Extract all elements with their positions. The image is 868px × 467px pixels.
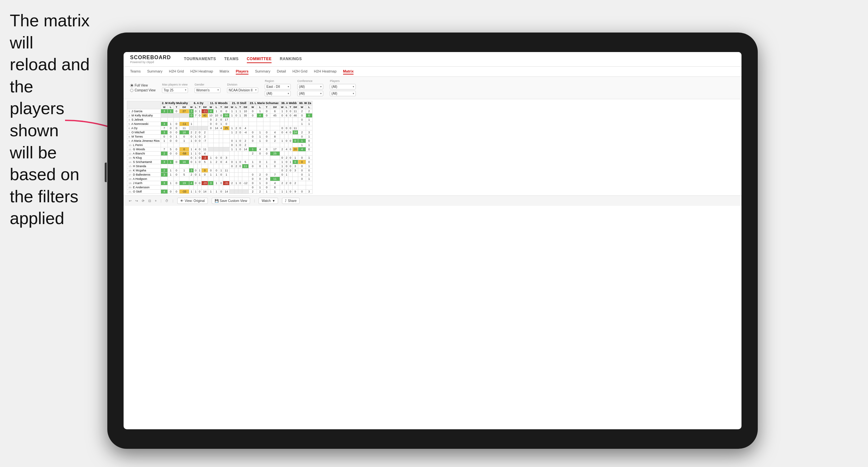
filter-gender: Gender Women's bbox=[194, 83, 220, 93]
sub-w7: W bbox=[298, 105, 306, 109]
table-row: 16. K Mcgaha 2101 3010 00111 0203 00 bbox=[127, 168, 313, 173]
subnav-players[interactable]: Players bbox=[236, 69, 248, 74]
sub-t2: T bbox=[198, 105, 202, 109]
zoom-in-icon[interactable]: + bbox=[155, 199, 157, 203]
conference-select-wrapper[interactable]: (All) bbox=[297, 83, 323, 89]
subnav-h2h-grid1[interactable]: H2H Grid bbox=[169, 69, 184, 74]
player-name-2: 2. M Kelly Mulcahy bbox=[127, 114, 161, 118]
subnav-h2h-grid2[interactable]: H2H Grid bbox=[292, 69, 307, 74]
header-player5: 23. L Marie Schumac bbox=[249, 101, 280, 105]
table-row: 9. A Maria Jimenez Rios 1001 100-7 0102 … bbox=[127, 139, 313, 143]
gender-select[interactable]: Women's bbox=[194, 88, 220, 93]
sub-l6: L bbox=[285, 105, 288, 109]
sub-l7: L bbox=[306, 105, 313, 109]
player-name-7: 7. O Mitchell bbox=[127, 130, 161, 135]
tablet-device: SCOREBOARD Powered by clippd TOURNAMENTS… bbox=[107, 33, 758, 449]
sub-t1: T bbox=[174, 105, 180, 109]
nav-rankings[interactable]: RANKINGS bbox=[280, 55, 302, 63]
sub-w2: W bbox=[189, 105, 194, 109]
player-name-9: 9. A Maria Jimenez Rios bbox=[127, 139, 161, 143]
filter-region: Region East - DII (All) bbox=[265, 80, 291, 96]
compact-view-radio[interactable] bbox=[130, 89, 133, 92]
sub-t6: T bbox=[288, 105, 292, 109]
refresh-icon[interactable]: ⟳ bbox=[142, 199, 145, 203]
subnav-summary2[interactable]: Summary bbox=[255, 69, 270, 74]
sub-dif1: Dif bbox=[179, 105, 189, 109]
sub-dif4: Dif bbox=[242, 105, 249, 109]
table-row: 19. J Karrh 31019 400-20 310-31 210-12 0… bbox=[127, 181, 313, 185]
players-sub-select[interactable]: (All) bbox=[330, 91, 356, 96]
player-name-1: 1. J Garcia bbox=[127, 109, 161, 114]
subnav-h2h-heatmap1[interactable]: H2H Heatmap bbox=[190, 69, 213, 74]
conference-select[interactable]: (All) bbox=[297, 84, 323, 89]
sub-t3: T bbox=[219, 105, 223, 109]
players-label: Players bbox=[330, 80, 356, 83]
timer-icon[interactable]: ⏱ bbox=[165, 199, 168, 203]
table-row: 7. O Mitchell 30018 2202 120-4 0104 0402… bbox=[127, 130, 313, 135]
nav-teams[interactable]: TEAMS bbox=[224, 55, 239, 63]
sub-l1: L bbox=[168, 105, 174, 109]
nav-tournaments[interactable]: TOURNAMENTS bbox=[184, 55, 216, 63]
division-select-wrapper[interactable]: NCAA Division II bbox=[227, 87, 258, 93]
share-icon: ⤴ bbox=[285, 199, 286, 203]
subnav-h2h-heatmap2[interactable]: H2H Heatmap bbox=[314, 69, 337, 74]
conference-sub-select[interactable]: (All) bbox=[297, 91, 323, 96]
division-label: Division bbox=[227, 83, 258, 86]
table-row: 11. G Woods 7500 14011 11014 14017 24020… bbox=[127, 147, 313, 152]
view-options: Full View Compact View bbox=[130, 84, 155, 92]
player-name-13: 13. N Klug bbox=[127, 156, 161, 160]
zoom-fit-icon[interactable]: ⊡ bbox=[148, 199, 151, 203]
header-player1: 2. M Kelly Mulcahy bbox=[161, 101, 189, 105]
subnav-teams[interactable]: Teams bbox=[130, 69, 141, 74]
player-name-5: 5. A Nomrowski bbox=[127, 122, 161, 126]
players-select[interactable]: (All) bbox=[330, 84, 356, 89]
region-select-wrapper[interactable]: East - DII bbox=[265, 83, 291, 89]
sub-l2: L bbox=[194, 105, 198, 109]
gender-select-wrapper[interactable]: Women's bbox=[194, 87, 220, 93]
subnav-matrix1[interactable]: Matrix bbox=[219, 69, 229, 74]
matrix-container[interactable]: 2. M Kelly Mulcahy 6. A Dy 11. G Woods 2… bbox=[124, 99, 742, 195]
player-name-8: 8. M Torres bbox=[127, 135, 161, 139]
header-player7: 60. W Za bbox=[298, 101, 313, 105]
nav-committee[interactable]: COMMITTEE bbox=[247, 55, 272, 63]
region-sub-select-wrapper[interactable]: (All) bbox=[265, 90, 291, 96]
redo-icon[interactable]: ↪ bbox=[135, 199, 138, 203]
conference-label: Conference bbox=[297, 80, 323, 83]
region-sub-select[interactable]: (All) bbox=[265, 91, 291, 96]
full-view-radio[interactable] bbox=[130, 84, 133, 87]
view-original-label: View: Original bbox=[185, 199, 205, 203]
max-players-label: Max players in view bbox=[162, 83, 188, 86]
division-select[interactable]: NCAA Division II bbox=[227, 88, 258, 93]
watch-button[interactable]: Watch ▼ bbox=[258, 198, 278, 204]
sub-t5: T bbox=[264, 105, 270, 109]
subnav-matrix2[interactable]: Matrix bbox=[343, 69, 353, 74]
max-players-select-wrapper[interactable]: Top 25 bbox=[162, 87, 188, 93]
sub-dif6: Dif bbox=[292, 105, 298, 109]
table-row: 18. A Hodgson 00011 01 bbox=[127, 177, 313, 181]
player-name-16: 16. K Mcgaha bbox=[127, 168, 161, 173]
subnav-detail[interactable]: Detail bbox=[277, 69, 286, 74]
subnav-summary1[interactable]: Summary bbox=[147, 69, 162, 74]
players-sub-select-wrapper[interactable]: (All) bbox=[330, 90, 356, 96]
share-button[interactable]: ⤴ Share bbox=[282, 198, 300, 204]
save-custom-view-button[interactable]: 💾 Save Custom View bbox=[212, 198, 250, 204]
full-view-option[interactable]: Full View bbox=[130, 84, 155, 87]
compact-view-option[interactable]: Compact View bbox=[130, 89, 155, 92]
player-name-6: 6. A Dy bbox=[127, 126, 161, 130]
conference-sub-select-wrapper[interactable]: (All) bbox=[297, 90, 323, 96]
view-original-button[interactable]: 👁 View: Original bbox=[177, 198, 208, 204]
player-name-11: 11. G Woods bbox=[127, 147, 161, 152]
tablet-screen: SCOREBOARD Powered by clippd TOURNAMENTS… bbox=[124, 52, 742, 429]
sub-w4: W bbox=[229, 105, 235, 109]
region-select[interactable]: East - DII bbox=[265, 84, 291, 89]
players-select-wrapper[interactable]: (All) bbox=[330, 83, 356, 89]
table-row: 17. D Ballesteros 3105 2010 1101 0207 01… bbox=[127, 173, 313, 177]
table-row: 5. A Nomrowski 310-11 1 0010 11 bbox=[127, 122, 313, 126]
player-name-14: 14. S Srichantamit bbox=[127, 160, 161, 164]
player-name-15: 15. H Stranda bbox=[127, 164, 161, 168]
table-row: 6. A Dy 70011 014425 1204 00011 bbox=[127, 126, 313, 130]
player-name-21: 21. O Stoll bbox=[127, 190, 161, 194]
max-players-select[interactable]: Top 25 bbox=[162, 88, 188, 93]
undo-icon[interactable]: ↩ bbox=[129, 199, 131, 203]
toolbar-sep1: | bbox=[161, 199, 162, 203]
